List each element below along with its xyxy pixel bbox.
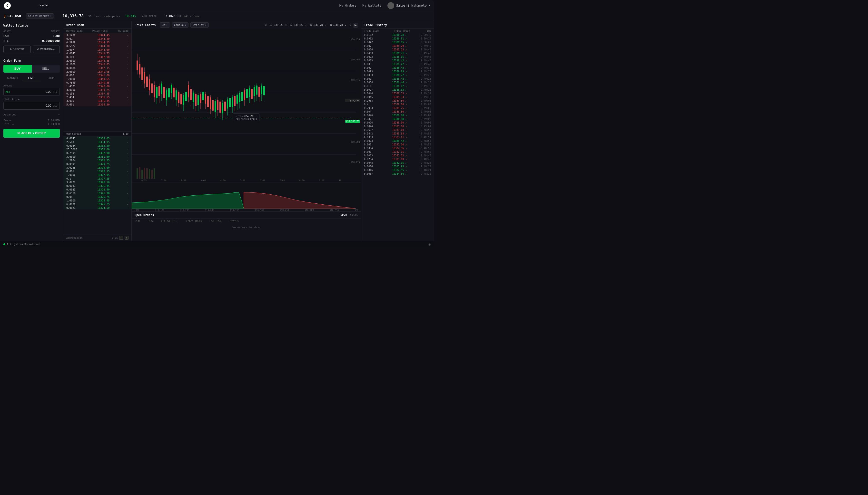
advanced-toggle[interactable]: Advanced ▾ [3,112,60,117]
svg-rect-12 [151,170,153,179]
ob-buy-row[interactable]: 0.003710326.45- [63,184,131,188]
ob-my-size: - [121,148,129,151]
ob-my-size: - [121,59,129,62]
limit-order-tab[interactable]: LIMIT [22,75,41,81]
ob-buy-row[interactable]: 3.022210326.50- [63,180,131,184]
trade-history-row: 0.009310338.27 ↗9:49:28 [361,73,434,77]
ob-sell-row[interactable]: 0.759910340.35- [63,81,131,84]
agg-increase-button[interactable]: + [125,236,129,240]
nav-tab-trade[interactable]: Trade [33,0,52,11]
depth-svg [132,183,361,208]
ob-buy-row[interactable]: 3.026810329.00- [63,166,131,169]
chart-forward-button[interactable]: ▶ [353,23,358,28]
sell-tab[interactable]: SELL [32,65,60,73]
ob-sell-row[interactable]: 1.00710344.00- [63,48,131,51]
amount-input[interactable] [10,90,51,93]
ob-buy-row[interactable]: 0.002110324.50- [63,206,131,209]
ob-sell-row[interactable]: 3.00010336.35- [63,99,131,103]
nav-my-orders[interactable]: My Orders [339,4,357,7]
svg-rect-27 [151,84,153,93]
svg-rect-103 [244,90,245,100]
pair-info: ₿ BTC-USD [4,14,21,18]
oo-tab-open[interactable]: Open [340,213,347,217]
th-price: 10338.63 ↗ [387,88,407,91]
ob-sell-row[interactable]: 2.41410336.55- [63,95,131,99]
ob-sell-row[interactable]: 0.068810342.15- [63,66,131,70]
ob-sell-row[interactable]: 3.000010339.25- [63,88,131,91]
status-bar: All Systems Operational ⚙ [0,241,434,248]
trade-history-row: 0.166710333.60 ↗9:48:57 [361,128,434,132]
ob-buy-row[interactable]: 6.000010325.25- [63,202,131,206]
market-order-tab[interactable]: MARKET [3,75,22,81]
ob-buy-row[interactable]: 1.290410329.35- [63,158,131,162]
select-market-button[interactable]: Select Market ▾ [26,13,54,18]
svg-rect-119 [263,86,265,95]
ob-sell-row[interactable]: 0.60010341.80- [63,73,131,77]
withdraw-button[interactable]: ⊖ WITHDRAW [33,46,60,53]
ob-sell-row[interactable]: 0.004710343.75- [63,51,131,55]
ob-buy-row[interactable]: 2.50010334.95- [63,140,131,144]
th-size: 0.0046 [364,92,376,95]
ob-size: 1.2904 [66,159,81,162]
place-order-button[interactable]: PLACE BUY ORDER [3,129,60,138]
agg-decrease-button[interactable]: − [119,236,123,240]
oo-tab-fills[interactable]: Fills [350,213,358,217]
ob-sell-row[interactable]: 1.437110340.00- [63,84,131,88]
ob-sell-row[interactable]: 2.000010341.95- [63,70,131,73]
ob-buy-row[interactable]: 25.300010333.00- [63,148,131,151]
ob-buy-row[interactable]: 0.0510325.75- [63,195,131,199]
ob-buy-row[interactable]: 1.000010325.45- [63,199,131,202]
nav-my-wallets[interactable]: My Wallets [362,4,381,7]
overlay-dropdown[interactable]: Overlay ▾ [191,22,209,28]
th-time: 9:48:28 [417,161,431,164]
ob-buy-row[interactable]: 0.099910329.25- [63,162,131,166]
svg-rect-31 [156,87,158,98]
price-label: Last trade price [94,15,120,18]
limit-price-input[interactable] [5,104,51,107]
ob-size: 0.5922 [66,45,81,48]
th-time: 9:49:13 [417,96,431,98]
settings-icon[interactable]: ⚙ [429,242,430,246]
order-book-panel: Order Book Market Size Price (USD) My Si… [63,21,132,241]
ob-buy-row[interactable]: 0.002310326.40- [63,188,131,191]
th-time: 9:49:30 [417,70,431,73]
ob-sell-row[interactable]: 1.000010340.65- [63,77,131,81]
th-size: 0.0093 [364,74,376,76]
timeframe-dropdown[interactable]: 5m ▾ [160,22,170,28]
ob-buy-row[interactable]: 0.616810326.30- [63,191,131,195]
wallet-table-header: Asset Amount [3,30,60,32]
wallet-row-btc: BTC 0.00000000 [3,39,60,42]
deposit-button[interactable]: ⊕ DEPOSIT [3,46,31,53]
th-size: 0.0076 [364,48,376,51]
ob-buy-row[interactable]: 3.000010331.00- [63,155,131,158]
ob-buy-row[interactable]: 4.404510335.05- [63,136,131,140]
stop-order-tab[interactable]: STOP [41,75,60,81]
th-size: 0.0047 [364,41,376,44]
ob-buy-row[interactable]: 0.098410333.50- [63,144,131,148]
chart-type-dropdown[interactable]: Candle ▾ [172,22,189,28]
ob-price: 10341.95 [93,70,110,73]
nav-right: My Orders My Wallets Satoshi Nakamoto ▾ [339,2,430,9]
ob-buy-row[interactable]: 0.110327.25- [63,176,131,180]
th-time: 9:49:01 [417,125,431,127]
user-area[interactable]: Satoshi Nakamoto ▾ [388,2,430,9]
buy-tab[interactable]: BUY [3,65,32,73]
max-label[interactable]: Max [5,91,10,93]
ob-sell-row[interactable]: 0.0110344.40- [63,37,131,40]
no-orders-message: No orders to show [132,223,361,232]
ob-buy-row[interactable]: 0.759910332.90- [63,151,131,155]
ob-sell-row[interactable]: 0.10010342.90- [63,55,131,59]
ob-sell-row[interactable]: 0.100010342.65- [63,62,131,66]
ob-sell-row[interactable]: 3.140010344.45- [63,33,131,37]
ob-sell-row[interactable]: 2.000010342.85- [63,59,131,62]
ob-buy-row[interactable]: 1.000010327.95- [63,173,131,176]
ob-sell-row[interactable]: 0.299910344.35- [63,40,131,44]
ob-sell-row[interactable]: 0.13210337.35- [63,91,131,95]
ob-price: 10332.90 [93,152,110,154]
ob-sell-row[interactable]: 0.592210344.30- [63,44,131,48]
th-time: 9:50:02 [417,41,431,44]
ob-buy-row[interactable]: 0.00110328.15- [63,169,131,173]
app-logo[interactable]: C [4,2,11,9]
ob-sell-row[interactable]: 5.60110336.30- [63,103,131,106]
svg-rect-67 [200,94,201,103]
